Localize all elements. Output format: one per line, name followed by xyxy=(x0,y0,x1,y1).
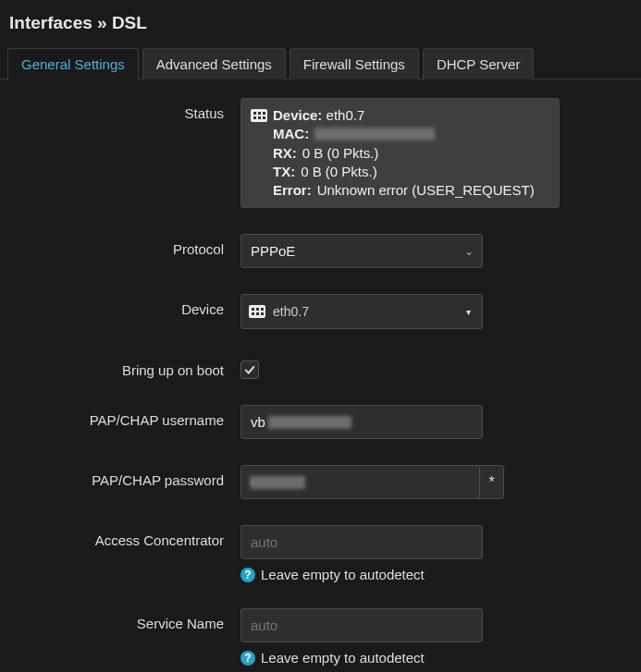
service-name-hint: Leave empty to autodetect xyxy=(261,650,425,666)
status-mac-key: MAC: xyxy=(273,125,309,143)
password-reveal-button[interactable]: * xyxy=(480,465,504,499)
label-username: PAP/CHAP username xyxy=(9,405,240,428)
status-error-key: Error: xyxy=(273,181,312,200)
tab-firewall-settings[interactable]: Firewall Settings xyxy=(290,48,419,79)
form: Status Device: eth0.7 MAC: RX: 0 B (0 Pk… xyxy=(0,79,641,666)
tab-general-settings[interactable]: General Settings xyxy=(7,48,139,79)
nic-icon xyxy=(249,305,265,318)
device-value: eth0.7 xyxy=(273,304,309,319)
page-title: Interfaces » DSL xyxy=(0,0,641,48)
status-box: Device: eth0.7 MAC: RX: 0 B (0 Pkts.) TX… xyxy=(240,98,560,208)
label-status: Status xyxy=(9,98,240,121)
access-concentrator-input[interactable] xyxy=(240,525,483,559)
help-icon: ? xyxy=(240,651,255,666)
label-bring-up: Bring up on boot xyxy=(9,355,240,378)
help-icon: ? xyxy=(240,568,255,582)
username-redacted xyxy=(268,416,351,429)
service-name-input[interactable] xyxy=(240,608,483,642)
status-error-value: Unknown error (USER_REQUEST) xyxy=(317,181,535,200)
status-tx-value: 0 B (0 Pkts.) xyxy=(301,163,377,181)
protocol-select[interactable]: PPPoE xyxy=(240,234,483,268)
status-mac-redacted xyxy=(314,128,435,141)
label-password: PAP/CHAP password xyxy=(9,465,240,488)
tab-dhcp-server[interactable]: DHCP Server xyxy=(423,48,535,79)
label-access-concentrator: Access Concentrator xyxy=(9,525,240,548)
status-tx-key: TX: xyxy=(273,163,295,181)
status-device-value: eth0.7 xyxy=(327,107,365,123)
tab-advanced-settings[interactable]: Advanced Settings xyxy=(142,48,286,79)
nic-icon xyxy=(251,109,267,122)
tabs: General Settings Advanced Settings Firew… xyxy=(0,48,641,79)
device-select[interactable]: eth0.7 ▾ xyxy=(240,294,483,329)
access-concentrator-hint: Leave empty to autodetect xyxy=(261,567,425,582)
status-rx-key: RX: xyxy=(273,144,297,163)
password-redacted xyxy=(250,476,305,489)
label-protocol: Protocol xyxy=(9,234,240,257)
status-rx-value: 0 B (0 Pkts.) xyxy=(302,144,379,163)
triangle-down-icon: ▾ xyxy=(466,307,471,317)
check-icon xyxy=(243,363,256,376)
label-device: Device xyxy=(9,294,240,317)
status-device-key: Device: xyxy=(273,107,322,123)
bring-up-checkbox[interactable] xyxy=(240,360,259,379)
label-service-name: Service Name xyxy=(9,608,240,631)
